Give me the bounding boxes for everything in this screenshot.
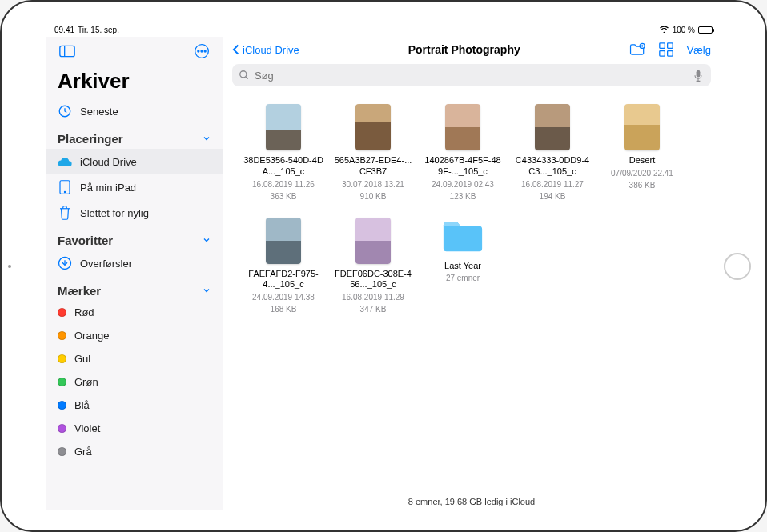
chevron-down-icon (202, 234, 211, 247)
svg-point-4 (201, 50, 203, 52)
tag-dot-icon (58, 354, 66, 363)
file-date: 27 emner (446, 273, 480, 283)
sidebar-item-label: På min iPad (80, 182, 136, 194)
search-field[interactable] (232, 64, 711, 86)
file-thumbnail (266, 104, 301, 150)
folder-icon (440, 218, 486, 256)
sidebar-item-downloads[interactable]: Overførsler (46, 250, 223, 276)
content-area: iCloud Drive Portrait Photography Vælg (223, 37, 721, 510)
sidebar-tag-item[interactable]: Grøn (46, 370, 223, 394)
file-date: 16.08.2019 11.27 (521, 179, 584, 190)
file-item[interactable]: C4334333-0DD9-4C3..._105_c 16.08.2019 11… (508, 99, 597, 213)
sidebar-item-label: iCloud Drive (80, 156, 137, 168)
sidebar-header-locations[interactable]: Placeringer (46, 124, 223, 149)
svg-point-8 (64, 191, 65, 192)
sidebar-item-label: Seneste (80, 106, 118, 118)
file-name: 1402867B-4F5F-489F-..._105_c (423, 155, 503, 178)
sidebar-header-tags[interactable]: Mærker (46, 276, 223, 301)
sidebar-tag-item[interactable]: Orange (46, 324, 223, 347)
status-time: 09.41 (54, 26, 74, 34)
file-size: 386 KB (629, 180, 656, 190)
svg-rect-17 (667, 51, 673, 57)
more-icon[interactable] (192, 42, 211, 61)
tag-dot-icon (58, 331, 66, 340)
file-date: 24.09.2019 02.43 (432, 179, 494, 190)
file-name: C4334333-0DD9-4C3..._105_c (512, 155, 592, 178)
file-name: 38DE5356-540D-4DA..._105_c (243, 155, 323, 178)
file-grid: 38DE5356-540D-4DA..._105_c 16.08.2019 11… (223, 93, 721, 492)
sidebar-tag-item[interactable]: Violet (46, 417, 223, 440)
sidebar: Arkiver Seneste Placeringer (46, 37, 223, 510)
file-item[interactable]: FDEF06DC-308E-456..._105_c 16.08.2019 11… (328, 213, 418, 326)
file-name: Desert (629, 155, 655, 166)
clock-icon (58, 104, 72, 118)
chevron-left-icon (232, 44, 240, 55)
file-date: 30.07.2018 13.21 (342, 179, 404, 190)
sidebar-item-label: Slettet for nylig (80, 207, 149, 219)
view-grid-button[interactable] (658, 42, 674, 58)
battery-percent: 100 % (673, 26, 695, 34)
file-thumbnail (445, 104, 480, 150)
file-name: 565A3B27-EDE4-...CF3B7 (333, 155, 413, 178)
svg-point-18 (240, 71, 247, 78)
file-size: 910 KB (360, 191, 387, 202)
footer-status: 8 emner, 19,68 GB ledig i iCloud (223, 492, 721, 510)
wifi-icon (659, 26, 669, 33)
file-size: 168 KB (271, 304, 297, 314)
battery-icon (698, 26, 713, 34)
svg-rect-16 (659, 51, 665, 57)
sidebar-item-recent[interactable]: Seneste (46, 98, 223, 124)
svg-rect-14 (659, 43, 665, 49)
file-item[interactable]: 1402867B-4F5F-489F-..._105_c 24.09.2019 … (418, 99, 508, 213)
file-size: 363 KB (271, 191, 297, 202)
trash-icon (58, 206, 72, 220)
file-thumbnail (266, 218, 301, 264)
file-item[interactable]: FAEFAFD2-F975-4..._105_c 24.09.2019 14.3… (239, 213, 328, 326)
file-item[interactable]: 565A3B27-EDE4-...CF3B7 30.07.2018 13.21 … (328, 99, 418, 213)
sidebar-item-label: Blå (74, 399, 90, 411)
page-title: Portrait Photography (408, 43, 520, 56)
sidebar-item-icloud-drive[interactable]: iCloud Drive (46, 149, 223, 174)
home-button[interactable] (724, 253, 751, 280)
back-button[interactable]: iCloud Drive (232, 44, 299, 56)
tag-dot-icon (58, 424, 66, 433)
sidebar-tag-item[interactable]: Gul (46, 347, 223, 370)
file-date: 07/09/2020 22.41 (611, 168, 673, 178)
file-thumbnail (535, 104, 570, 150)
file-thumbnail (355, 104, 391, 150)
status-bar: 09.41 Tir. 15. sep. 100 % (46, 22, 721, 37)
sidebar-item-label: Grå (74, 446, 92, 458)
file-thumbnail (355, 218, 391, 264)
file-size: 347 KB (360, 304, 387, 314)
file-name: Last Year (444, 261, 481, 272)
svg-rect-15 (667, 43, 673, 49)
download-icon (58, 256, 72, 270)
svg-point-3 (198, 50, 199, 52)
select-button[interactable]: Vælg (687, 44, 711, 56)
sidebar-toggle-icon[interactable] (58, 42, 77, 61)
folder-item[interactable]: Last Year 27 emner (418, 213, 508, 326)
sidebar-tag-item[interactable]: Grå (46, 440, 223, 463)
file-name: FAEFAFD2-F975-4..._105_c (243, 269, 323, 291)
tag-dot-icon (58, 447, 66, 456)
file-size: 123 KB (450, 191, 476, 202)
file-date: 16.08.2019 11.26 (252, 179, 315, 190)
tag-dot-icon (58, 378, 66, 386)
mic-icon[interactable] (693, 70, 705, 81)
sidebar-header-favorites[interactable]: Favoritter (46, 226, 223, 250)
file-date: 24.09.2019 14.38 (252, 292, 315, 302)
status-date: Tir. 15. sep. (78, 26, 119, 34)
file-item[interactable]: Desert 07/09/2020 22.41 386 KB (597, 99, 687, 213)
file-name: FDEF06DC-308E-456..._105_c (333, 269, 413, 291)
svg-rect-0 (60, 46, 74, 56)
new-folder-button[interactable] (629, 42, 645, 58)
sidebar-item-label: Violet (74, 422, 100, 434)
sidebar-item-on-my-ipad[interactable]: På min iPad (46, 174, 223, 200)
search-input[interactable] (255, 70, 689, 82)
sidebar-tag-item[interactable]: Blå (46, 394, 223, 417)
sidebar-tag-item[interactable]: Rød (46, 301, 223, 324)
sidebar-item-label: Rød (74, 306, 94, 318)
sidebar-item-recently-deleted[interactable]: Slettet for nylig (46, 200, 223, 226)
sidebar-item-label: Orange (74, 330, 109, 342)
file-item[interactable]: 38DE5356-540D-4DA..._105_c 16.08.2019 11… (239, 99, 328, 213)
